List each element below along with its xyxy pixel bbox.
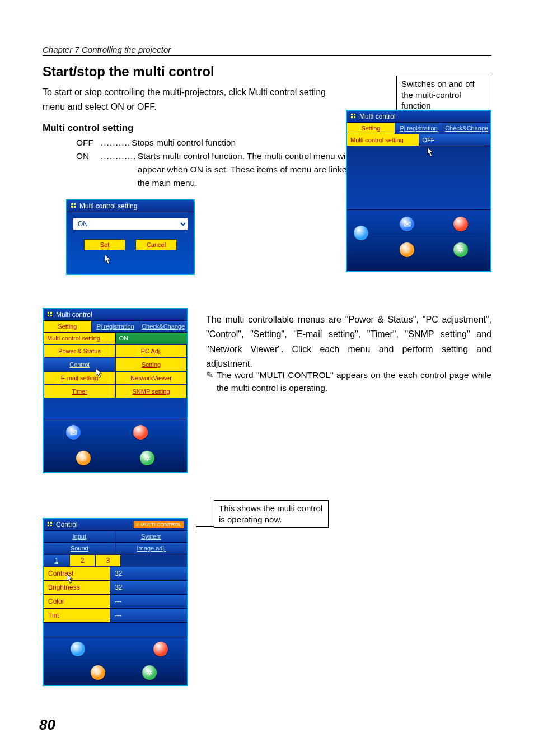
menu-email-setting[interactable]: E-mail setting: [44, 371, 115, 385]
pencil-icon: ✎: [206, 368, 213, 395]
setting-on-dots: ............: [100, 150, 138, 190]
setting-on-desc: Starts multi control function. The multi…: [138, 150, 362, 190]
leader-line: [196, 526, 214, 527]
row-tint-value[interactable]: ---: [110, 609, 187, 622]
multi-control-select[interactable]: ON: [73, 218, 188, 230]
tab-setting[interactable]: Setting: [44, 321, 92, 332]
tray-icon[interactable]: [71, 642, 85, 656]
shot3-title: Control: [56, 521, 78, 529]
projector-icon[interactable]: ⎚: [76, 451, 91, 465]
grid-icon: [350, 113, 356, 120]
callout-switch: Switches on and off the multi-control fu…: [396, 76, 491, 114]
row-tint-label: Tint: [44, 609, 110, 622]
callout-operating: This shows the multi control is operatin…: [214, 500, 329, 528]
shot2-title: Multi control: [56, 311, 92, 319]
setting-off-dots: ..........: [100, 136, 132, 150]
cursor-icon: [103, 254, 113, 267]
tab-pj-registration[interactable]: Pj registration: [395, 123, 443, 134]
menu-control[interactable]: Control: [44, 358, 115, 371]
set-button[interactable]: Set: [84, 239, 125, 250]
mail-icon[interactable]: ✉: [66, 425, 81, 440]
menu-pc-adj[interactable]: PC Adj.: [115, 344, 187, 358]
multi-control-setting-label[interactable]: Multi control setting: [44, 333, 115, 344]
tray-icon[interactable]: [354, 226, 368, 240]
mail-icon[interactable]: ✉: [400, 217, 414, 231]
row-contrast-label: Contrast: [44, 567, 110, 580]
shot1-title: Multi control: [359, 113, 396, 120]
row-contrast-value[interactable]: 32: [110, 567, 187, 580]
page-tab-3[interactable]: 3: [95, 554, 121, 567]
tab-setting[interactable]: Setting: [347, 123, 395, 134]
screenshot-multi-control-off: Multi control Setting Pj registration Ch…: [346, 110, 491, 272]
cursor-icon: [65, 573, 75, 586]
icon-tray: ⎚ ✲: [44, 637, 187, 685]
dialog-title: Multi control setting: [79, 202, 137, 210]
tray-icon[interactable]: [133, 425, 148, 440]
tray-icon[interactable]: [153, 642, 168, 656]
tab-image-adj[interactable]: Image adj.: [116, 543, 188, 554]
chapter-title: Chapter 7 Controlling the projector: [43, 45, 491, 56]
grid-icon: [71, 202, 76, 210]
multi-control-setting-label[interactable]: Multi control setting: [347, 134, 419, 146]
menu-timer[interactable]: Timer: [44, 385, 115, 398]
right-paragraph: The multi controllable menus are "Power …: [206, 312, 491, 372]
tray-icon[interactable]: [453, 217, 468, 231]
projector-icon[interactable]: ⎚: [91, 665, 105, 680]
icon-tray: ✉ ⎚ ✲: [347, 209, 490, 271]
screenshot-multi-control-dialog: Multi control setting ON Set Cancel: [66, 199, 195, 275]
leader-line: [196, 526, 196, 531]
row-color-value[interactable]: ---: [110, 595, 187, 608]
menu-power-status[interactable]: Power & Status: [44, 344, 115, 358]
multi-control-badge: ⎚ MULTI CONTROL: [134, 521, 184, 528]
gear-icon[interactable]: ✲: [142, 665, 157, 680]
tab-system[interactable]: System: [116, 531, 188, 542]
tab-check-change[interactable]: Check&Change: [139, 321, 187, 332]
grid-icon: [47, 311, 53, 319]
cursor-icon: [425, 147, 435, 160]
intro-text: To start or stop controlling the multi-p…: [43, 85, 334, 115]
cursor-icon: [94, 368, 104, 381]
tab-sound[interactable]: Sound: [44, 543, 116, 554]
screenshot-multi-control-on: Multi control Setting Pj registration Ch…: [43, 308, 188, 473]
menu-snmp-setting[interactable]: SNMP setting: [115, 385, 187, 398]
gear-icon[interactable]: ✲: [453, 242, 468, 257]
screenshot-control-page: Control ⎚ MULTI CONTROL Input System Sou…: [43, 518, 188, 686]
row-brightness-value[interactable]: 32: [110, 581, 187, 594]
badge-icon: ⎚: [136, 522, 139, 528]
setting-on-key: ON: [76, 150, 100, 190]
page-number: 80: [39, 716, 55, 734]
page-tab-1[interactable]: 1: [44, 554, 69, 567]
row-color-label: Color: [44, 595, 110, 608]
tab-check-change[interactable]: Check&Change: [443, 123, 490, 134]
setting-off-key: OFF: [76, 136, 100, 150]
note-text: The word "MULTI CONTROL" appears on the …: [217, 368, 491, 395]
tab-input[interactable]: Input: [44, 531, 116, 542]
grid-icon: [47, 521, 53, 529]
gear-icon[interactable]: ✲: [140, 451, 154, 465]
icon-tray: ✉ ⎚ ✲: [44, 419, 187, 472]
menu-network-viewer[interactable]: NetworkViewer: [115, 371, 187, 385]
tab-pj-registration[interactable]: Pj registration: [92, 321, 140, 332]
page-tab-2[interactable]: 2: [69, 554, 95, 567]
projector-icon[interactable]: ⎚: [400, 242, 414, 257]
setting-off-desc: Stops multi control function: [132, 136, 236, 150]
multi-control-setting-value: ON: [115, 333, 188, 344]
menu-setting[interactable]: Setting: [115, 358, 187, 371]
multi-control-setting-value: OFF: [419, 134, 491, 146]
cancel-button[interactable]: Cancel: [135, 239, 177, 250]
row-brightness-label: Brightness: [44, 581, 110, 594]
